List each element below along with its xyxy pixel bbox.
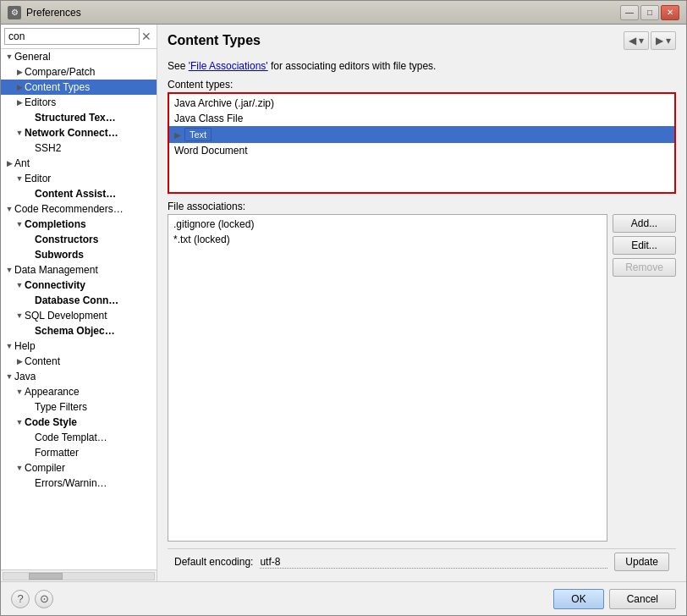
tree-item[interactable]: SQL Development <box>1 308 157 323</box>
toolbar-buttons: ◀ ▾ ▶ ▾ <box>624 31 676 50</box>
tree-item[interactable]: Code Recommenders… <box>1 201 157 217</box>
tree-item[interactable]: Content <box>1 354 157 369</box>
close-button[interactable]: ✕ <box>661 5 679 20</box>
tree-item[interactable]: Database Conn… <box>1 293 157 308</box>
maximize-button[interactable]: □ <box>640 5 659 20</box>
add-button[interactable]: Add... <box>613 214 676 233</box>
tree-container[interactable]: GeneralCompare/PatchContent TypesEditors… <box>1 49 157 569</box>
horizontal-scrollbar[interactable] <box>1 569 157 581</box>
tree-item[interactable]: Compiler <box>1 460 157 476</box>
tree-item[interactable]: Type Filters <box>1 399 157 415</box>
tree-arrow-icon <box>14 97 25 107</box>
file-assoc-label: File associations: <box>168 201 676 212</box>
tree-arrow-icon <box>14 67 25 77</box>
tree-item[interactable]: Completions <box>1 217 157 232</box>
tree-item[interactable]: Java <box>1 369 157 384</box>
tree-arrow-icon <box>14 173 25 184</box>
scroll-thumb <box>29 573 63 580</box>
tree-item-label: Schema Objec… <box>35 325 115 337</box>
right-header: Content Types ◀ ▾ ▶ ▾ <box>157 25 686 53</box>
tree-item-label: Data Management <box>14 264 98 276</box>
tree-item[interactable]: Editors <box>1 95 157 110</box>
content-type-item[interactable]: ▶Text <box>169 126 674 143</box>
tree-item[interactable]: SSH2 <box>1 140 157 156</box>
tree-item-label: Code Recommenders… <box>14 203 124 215</box>
tree-item[interactable]: Help <box>1 338 157 354</box>
bottom-bar: ? ⊙ OK Cancel <box>1 581 686 615</box>
item-badge: Text <box>184 128 212 141</box>
content-types-label: Content types: <box>168 79 676 91</box>
encoding-label: Default encoding: <box>174 556 253 568</box>
cancel-button[interactable]: Cancel <box>609 589 676 609</box>
content-type-item[interactable]: Java Class File <box>169 111 674 126</box>
tree-item[interactable]: Appearance <box>1 384 157 399</box>
search-clear-button[interactable]: ✕ <box>140 29 153 44</box>
tree-item[interactable]: Errors/Warnin… <box>1 476 157 491</box>
remove-button[interactable]: Remove <box>613 258 676 277</box>
tree-item[interactable]: Structured Tex… <box>1 110 157 125</box>
tree-item[interactable]: Network Connect… <box>1 125 157 140</box>
file-assoc-item[interactable]: *.txt (locked) <box>168 232 607 247</box>
tree-item-label: Code Templat… <box>35 432 107 443</box>
update-button[interactable]: Update <box>614 553 669 571</box>
ok-button[interactable]: OK <box>553 589 603 609</box>
file-assoc-item[interactable]: .gitignore (locked) <box>168 217 607 232</box>
edit-button[interactable]: Edit... <box>613 236 676 255</box>
search-input[interactable] <box>4 28 140 45</box>
tree-arrow-icon <box>14 128 25 138</box>
tree-item[interactable]: Content Assist… <box>1 186 157 201</box>
tree-item-label: Editors <box>25 96 56 108</box>
tree-item[interactable]: General <box>1 49 157 64</box>
tree-item[interactable]: Data Management <box>1 262 157 278</box>
expand-arrow-icon: ▶ <box>174 130 181 140</box>
tree-arrow-icon <box>4 158 14 168</box>
content-type-item[interactable]: Word Document <box>169 143 674 158</box>
tree-arrow-icon <box>14 387 25 397</box>
tree-item-label: Errors/Warnin… <box>35 477 107 489</box>
minimize-button[interactable]: — <box>620 5 639 20</box>
tree-arrow-icon <box>14 356 25 366</box>
tree-item-label: SSH2 <box>35 142 61 154</box>
description: See 'File Associations' for associating … <box>168 60 676 72</box>
tree-item-label: Help <box>14 340 36 352</box>
forward-button[interactable]: ▶ ▾ <box>651 31 676 50</box>
tree-item-label: General <box>14 51 51 63</box>
bottom-left: ? ⊙ <box>11 590 53 608</box>
file-assoc-list[interactable]: .gitignore (locked)*.txt (locked) <box>168 214 607 542</box>
help-button[interactable]: ? <box>11 590 30 608</box>
right-body: See 'File Associations' for associating … <box>157 53 686 581</box>
content-types-list[interactable]: Java Archive (.jar/.zip)Java Class File▶… <box>168 92 676 194</box>
tree-item-label: Editor <box>25 173 51 184</box>
action-buttons: Add... Edit... Remove <box>613 214 676 542</box>
tree-item[interactable]: Subwords <box>1 247 157 262</box>
encoding-bar: Default encoding: utf-8 Update <box>168 548 676 575</box>
file-assoc-link[interactable]: 'File Associations' <box>189 60 268 72</box>
tree-item-label: Java <box>14 371 36 382</box>
file-assoc-section: File associations: .gitignore (locked)*.… <box>168 201 676 542</box>
file-assoc-row: .gitignore (locked)*.txt (locked) Add...… <box>168 214 676 542</box>
tree-arrow-icon <box>14 311 25 321</box>
right-panel: Content Types ◀ ▾ ▶ ▾ See 'File Associat… <box>157 25 686 581</box>
window-controls: — □ ✕ <box>620 5 679 20</box>
tree-item[interactable]: Code Templat… <box>1 430 157 445</box>
tree-item[interactable]: Compare/Patch <box>1 64 157 80</box>
tree-item[interactable]: Ant <box>1 156 157 171</box>
tree-item[interactable]: Content Types <box>1 80 157 95</box>
tree-arrow-icon <box>4 52 14 62</box>
tree-arrow-icon <box>14 82 25 92</box>
content-type-item[interactable]: Java Archive (.jar/.zip) <box>169 96 674 111</box>
tree-item[interactable]: Formatter <box>1 445 157 460</box>
tree-arrow-icon <box>4 265 14 275</box>
tree-item[interactable]: Connectivity <box>1 278 157 293</box>
tree-item[interactable]: Schema Objec… <box>1 323 157 338</box>
tree-item[interactable]: Editor <box>1 171 157 186</box>
app-icon: ⚙ <box>8 6 21 19</box>
tree-item[interactable]: Constructors <box>1 232 157 247</box>
tree-item-label: Content Types <box>25 81 90 93</box>
panel-title: Content Types <box>168 33 261 48</box>
tree-arrow-icon <box>4 204 14 214</box>
tree-item[interactable]: Code Style <box>1 415 157 430</box>
back-button[interactable]: ◀ ▾ <box>624 31 649 50</box>
titlebar-left: ⚙ Preferences <box>8 6 81 19</box>
info-button[interactable]: ⊙ <box>35 590 53 608</box>
